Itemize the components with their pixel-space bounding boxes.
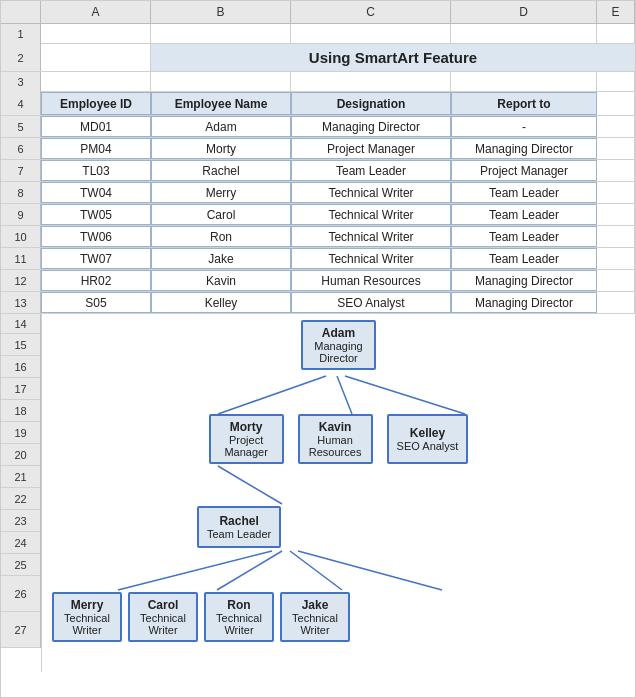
row-num-6: 6 — [1, 138, 41, 159]
org-level-2: Morty ProjectManager Kavin HumanResource… — [42, 414, 635, 464]
cell-9b: TW05 — [41, 204, 151, 225]
cell-6b: PM04 — [41, 138, 151, 159]
col-header-c: C — [291, 1, 451, 23]
header-employee-name: Employee Name — [151, 92, 291, 115]
cell-12b: HR02 — [41, 270, 151, 291]
row-1: 1 — [1, 24, 635, 44]
cell-6f — [597, 138, 635, 159]
cell-9c: Carol — [151, 204, 291, 225]
table-row: 10 TW06 Ron Technical Writer Team Leader — [1, 226, 635, 248]
org-box-kelley: Kelley SEO Analyst — [387, 414, 469, 464]
row-3: 3 — [1, 72, 635, 92]
cell-10d: Technical Writer — [291, 226, 451, 247]
col-header-b: B — [151, 1, 291, 23]
cell-10c: Ron — [151, 226, 291, 247]
table-row: 11 TW07 Jake Technical Writer Team Leade… — [1, 248, 635, 270]
table-row: 7 TL03 Rachel Team Leader Project Manage… — [1, 160, 635, 182]
cell-8f — [597, 182, 635, 203]
cell-10f — [597, 226, 635, 247]
cell-11d: Technical Writer — [291, 248, 451, 269]
org-box-merry: Merry TechnicalWriter — [52, 592, 122, 642]
cell-2b — [41, 44, 151, 71]
cell-7c: Rachel — [151, 160, 291, 181]
cell-10e: Team Leader — [451, 226, 597, 247]
header-designation: Designation — [291, 92, 451, 115]
col-header-e: E — [597, 1, 635, 23]
row-num-12: 12 — [1, 270, 41, 291]
cell-13d: SEO Analyst — [291, 292, 451, 313]
row-num-11: 11 — [1, 248, 41, 269]
row-2: 2 Using SmartArt Feature — [1, 44, 635, 72]
svg-line-4 — [118, 551, 272, 590]
row-num-4: 4 — [1, 92, 41, 115]
table-row: 5 MD01 Adam Managing Director - — [1, 116, 635, 138]
cell-8b: TW04 — [41, 182, 151, 203]
cell-10b: TW06 — [41, 226, 151, 247]
cell-13f — [597, 292, 635, 313]
corner-cell — [1, 1, 41, 23]
sheet-title: Using SmartArt Feature — [151, 44, 635, 71]
row-num-2: 2 — [1, 44, 41, 71]
cell-9d: Technical Writer — [291, 204, 451, 225]
org-box-rachel: Rachel Team Leader — [197, 506, 281, 548]
header-report-to: Report to — [451, 92, 597, 115]
org-level-1: Adam ManagingDirector — [42, 320, 635, 370]
cell-1d — [291, 24, 451, 43]
cell-12d: Human Resources — [291, 270, 451, 291]
org-level-3: Rachel Team Leader — [42, 506, 635, 548]
cell-9e: Team Leader — [451, 204, 597, 225]
table-row: 12 HR02 Kavin Human Resources Managing D… — [1, 270, 635, 292]
col-header-d: D — [451, 1, 597, 23]
cell-1f — [597, 24, 635, 43]
row-num-3: 3 — [1, 72, 41, 92]
row-4: 4 Employee ID Employee Name Designation … — [1, 92, 635, 116]
row-num-13: 13 — [1, 292, 41, 313]
cell-9f — [597, 204, 635, 225]
cell-8d: Technical Writer — [291, 182, 451, 203]
cell-1b — [41, 24, 151, 43]
cell-3b — [41, 72, 151, 91]
cell-6d: Project Manager — [291, 138, 451, 159]
col-header-a: A — [41, 1, 151, 23]
cell-1e — [451, 24, 597, 43]
header-employee-id: Employee ID — [41, 92, 151, 115]
cell-8c: Merry — [151, 182, 291, 203]
cell-13b: S05 — [41, 292, 151, 313]
svg-line-6 — [290, 551, 342, 590]
cell-12e: Managing Director — [451, 270, 597, 291]
table-row: 9 TW05 Carol Technical Writer Team Leade… — [1, 204, 635, 226]
org-box-jake: Jake TechnicalWriter — [280, 592, 350, 642]
row-num-9: 9 — [1, 204, 41, 225]
org-row-numbers: 14 15 16 17 18 19 20 21 22 23 24 25 26 2… — [1, 314, 41, 672]
cell-5b: MD01 — [41, 116, 151, 137]
cell-6c: Morty — [151, 138, 291, 159]
org-box-morty: Morty ProjectManager — [209, 414, 284, 464]
svg-line-7 — [298, 551, 442, 590]
org-level-4: Merry TechnicalWriter Carol TechnicalWri… — [52, 592, 612, 642]
cell-7f — [597, 160, 635, 181]
svg-line-2 — [345, 376, 465, 414]
org-box-ron: Ron TechnicalWriter — [204, 592, 274, 642]
cell-1c — [151, 24, 291, 43]
cell-7e: Project Manager — [451, 160, 597, 181]
org-chart: Adam ManagingDirector Morty ProjectManag… — [42, 314, 635, 672]
org-box-carol: Carol TechnicalWriter — [128, 592, 198, 642]
svg-line-5 — [217, 551, 282, 590]
cell-7b: TL03 — [41, 160, 151, 181]
row-num-8: 8 — [1, 182, 41, 203]
spreadsheet: A B C D E 1 2 Using SmartArt Feature 3 4… — [0, 0, 636, 698]
cell-3e — [451, 72, 597, 91]
cell-11c: Jake — [151, 248, 291, 269]
svg-line-0 — [218, 376, 326, 414]
cell-5d: Managing Director — [291, 116, 451, 137]
cell-11f — [597, 248, 635, 269]
cell-8e: Team Leader — [451, 182, 597, 203]
row-num-1: 1 — [1, 24, 41, 44]
cell-5f — [597, 116, 635, 137]
cell-5e: - — [451, 116, 597, 137]
cell-5c: Adam — [151, 116, 291, 137]
cell-7d: Team Leader — [291, 160, 451, 181]
row-num-5: 5 — [1, 116, 41, 137]
org-box-adam: Adam ManagingDirector — [301, 320, 376, 370]
cell-13e: Managing Director — [451, 292, 597, 313]
